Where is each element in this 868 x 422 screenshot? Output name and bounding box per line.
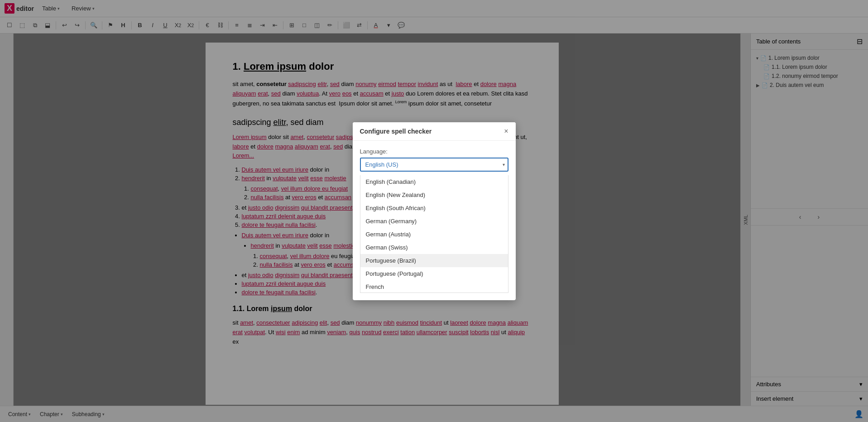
language-label: Language: — [360, 148, 508, 155]
spell-checker-modal: Configure spell checker × Language: Engl… — [353, 122, 516, 300]
lang-option-de-ch[interactable]: German (Swiss) — [360, 241, 508, 254]
lang-option-en-ca[interactable]: English (Canadian) — [360, 175, 508, 188]
modal-overlay: Configure spell checker × Language: Engl… — [0, 0, 868, 422]
modal-header: Configure spell checker × — [353, 122, 516, 141]
language-dropdown-list[interactable]: English (Canadian) English (New Zealand)… — [360, 175, 508, 293]
lang-option-en-nz[interactable]: English (New Zealand) — [360, 188, 508, 201]
language-select[interactable]: English (US) — [360, 158, 508, 172]
lang-option-pt-pt[interactable]: Portuguese (Portugal) — [360, 267, 508, 280]
lang-option-en-za[interactable]: English (South African) — [360, 201, 508, 215]
modal-close-btn[interactable]: × — [504, 128, 508, 135]
modal-title: Configure spell checker — [360, 128, 432, 135]
language-select-wrapper: English (US) ▾ — [360, 158, 508, 172]
lang-option-de-de[interactable]: German (Germany) — [360, 215, 508, 228]
modal-body: Language: English (US) ▾ English (Canadi… — [353, 141, 516, 300]
lang-option-pt-br[interactable]: Portuguese (Brazil) — [360, 254, 508, 267]
lang-option-de-at[interactable]: German (Austria) — [360, 228, 508, 241]
lang-option-fr[interactable]: French — [360, 280, 508, 293]
